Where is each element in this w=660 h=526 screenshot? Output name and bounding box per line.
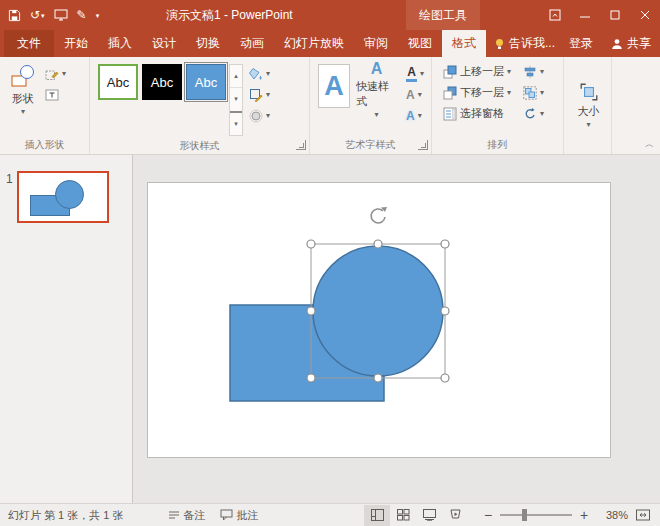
shape-outline-button[interactable]: ▾: [246, 86, 273, 103]
gallery-down-icon[interactable]: ▾: [230, 87, 242, 110]
handle-top-left[interactable]: [307, 240, 315, 248]
shape-style-swatch-1[interactable]: Abc: [98, 64, 138, 100]
customize-qat-button[interactable]: ▾: [96, 12, 100, 19]
wordart-group-label: 艺术字样式: [346, 138, 396, 152]
edit-shape-dropdown-icon: ▾: [62, 70, 66, 78]
drawing-tools-context-header[interactable]: 绘图工具: [406, 0, 480, 30]
text-outline-button[interactable]: A ▾: [403, 86, 427, 103]
notes-button[interactable]: 备注: [161, 504, 213, 526]
tab-insert[interactable]: 插入: [98, 30, 142, 57]
selection-pane-button[interactable]: 选择窗格: [440, 105, 514, 122]
tab-slideshow[interactable]: 幻灯片放映: [274, 30, 354, 57]
shape-fill-button[interactable]: ▾: [246, 65, 273, 82]
ribbon-display-icon: [549, 9, 561, 21]
text-fill-button[interactable]: A ▾: [403, 65, 427, 82]
send-backward-label: 下移一层: [460, 85, 504, 100]
handle-top-center[interactable]: [374, 240, 382, 248]
tab-view[interactable]: 视图: [398, 30, 442, 57]
minimize-button[interactable]: [570, 0, 600, 30]
thumbnail-circle-shape: [55, 180, 84, 209]
bring-forward-dropdown-icon: ▾: [507, 68, 511, 76]
notes-label: 备注: [184, 508, 206, 523]
slide-number: 1: [6, 171, 13, 223]
save-button[interactable]: [8, 9, 21, 22]
tab-format[interactable]: 格式: [442, 30, 486, 57]
share-label: 共享: [627, 30, 651, 57]
zoom-out-button[interactable]: −: [482, 508, 494, 522]
handle-top-right[interactable]: [441, 240, 449, 248]
slideshow-view-icon: [449, 509, 462, 521]
undo-button[interactable]: ↺ ▾: [30, 8, 45, 22]
slide-sorter-view-button[interactable]: [390, 505, 416, 526]
tab-animations[interactable]: 动画: [230, 30, 274, 57]
align-button[interactable]: ▾: [520, 63, 547, 80]
handle-middle-left[interactable]: [307, 307, 315, 315]
size-dropdown-icon: ▾: [586, 121, 590, 129]
edit-shape-button[interactable]: ▾: [42, 65, 69, 82]
normal-view-icon: [371, 509, 384, 521]
shape-fill-icon: [249, 67, 263, 81]
quick-styles-button[interactable]: A 快速样式 ▾: [352, 61, 401, 121]
minimize-icon: [580, 10, 590, 20]
bring-forward-button[interactable]: 上移一层 ▾: [440, 63, 514, 80]
fit-to-window-button[interactable]: [634, 509, 652, 521]
sign-in-button[interactable]: 登录: [563, 30, 599, 57]
shapes-icon: [10, 63, 36, 89]
pen-mode-button[interactable]: ✎: [77, 8, 87, 22]
text-effects-button[interactable]: A ▾: [403, 107, 427, 124]
tell-me-box[interactable]: 告诉我...: [486, 30, 563, 57]
maximize-button[interactable]: [600, 0, 630, 30]
rotate-objects-button[interactable]: ▾: [520, 105, 547, 122]
handle-bottom-left[interactable]: [307, 374, 315, 382]
text-box-icon: [45, 88, 59, 102]
shape-style-swatch-2[interactable]: Abc: [142, 64, 182, 100]
tab-file[interactable]: 文件: [4, 30, 54, 57]
shape-styles-dialog-launcher[interactable]: [296, 140, 306, 150]
gallery-up-icon[interactable]: ▴: [230, 65, 242, 87]
rotate-objects-dropdown-icon: ▾: [540, 110, 544, 118]
comments-button[interactable]: 批注: [213, 504, 266, 526]
size-icon: [579, 82, 599, 102]
tab-design[interactable]: 设计: [142, 30, 186, 57]
tab-home[interactable]: 开始: [54, 30, 98, 57]
text-fill-dropdown-icon: ▾: [420, 70, 424, 78]
close-button[interactable]: [630, 0, 660, 30]
tab-review[interactable]: 审阅: [354, 30, 398, 57]
handle-bottom-center[interactable]: [374, 374, 382, 382]
group-wordart-styles: A A 快速样式 ▾ A ▾ A ▾: [310, 57, 432, 154]
wordart-dialog-launcher[interactable]: [418, 140, 428, 150]
ribbon-display-options-button[interactable]: [540, 0, 570, 30]
tab-transitions[interactable]: 切换: [186, 30, 230, 57]
size-button[interactable]: 大小 ▾: [574, 80, 604, 131]
shape-style-swatch-3[interactable]: Abc: [186, 64, 226, 100]
lightbulb-icon: [494, 38, 505, 50]
share-button[interactable]: 共享: [605, 30, 657, 57]
slide-1-thumbnail[interactable]: [17, 171, 109, 223]
slideshow-view-button[interactable]: [442, 505, 468, 526]
save-icon: [8, 9, 21, 22]
oval-shape[interactable]: [313, 246, 443, 376]
normal-view-button[interactable]: [364, 505, 390, 526]
notes-icon: [168, 510, 180, 520]
collapse-ribbon-icon[interactable]: ︿: [645, 138, 654, 151]
slide-indicator[interactable]: 幻灯片 第 1 张，共 1 张: [8, 504, 131, 526]
gallery-more-icon[interactable]: ▾: [230, 111, 242, 135]
shape-effects-button[interactable]: ▾: [246, 107, 273, 124]
slide-canvas[interactable]: [147, 182, 611, 458]
insert-shapes-button[interactable]: 形状 ▾: [6, 61, 40, 118]
start-slideshow-button[interactable]: [54, 9, 68, 21]
zoom-slider-thumb[interactable]: [522, 509, 527, 521]
zoom-percentage[interactable]: 38%: [596, 509, 628, 521]
reading-view-button[interactable]: [416, 505, 442, 526]
zoom-in-button[interactable]: +: [578, 508, 590, 522]
handle-bottom-right[interactable]: [441, 374, 449, 382]
send-backward-button[interactable]: 下移一层 ▾: [440, 84, 514, 101]
handle-middle-right[interactable]: [441, 307, 449, 315]
person-icon: [611, 38, 623, 50]
text-box-button[interactable]: [42, 86, 69, 103]
zoom-slider[interactable]: [500, 509, 572, 521]
rotation-handle[interactable]: [371, 207, 387, 223]
slide-editing-area[interactable]: [133, 155, 660, 503]
wordart-gallery-swatch[interactable]: A: [318, 64, 350, 108]
group-objects-button[interactable]: ▾: [520, 84, 547, 101]
